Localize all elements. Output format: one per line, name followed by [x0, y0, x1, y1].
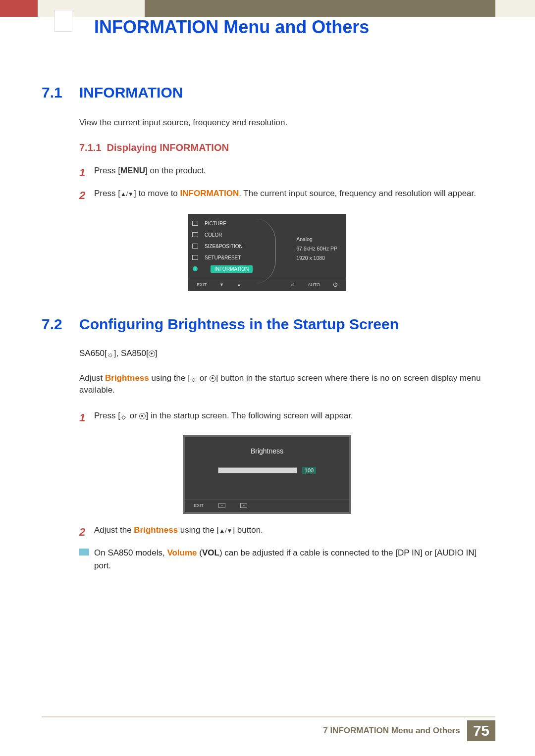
osd-auto-label: AUTO — [308, 282, 320, 287]
osd-menu-screenshot: PICTURE COLOR SIZE&POSITION SETUP&RESET … — [188, 214, 346, 291]
section-title: INFORMATION — [79, 84, 183, 101]
header-band — [145, 0, 495, 17]
size-position-icon — [192, 244, 198, 249]
brightness-value: 100 — [302, 467, 316, 474]
section-7-2-desc: Adjust Brightness using the [ or ] butto… — [79, 372, 492, 397]
page-footer: 7 INFORMATION Menu and Others 75 — [323, 720, 495, 741]
step-1-text: Press [MENU] on the product. — [94, 164, 492, 181]
vol-label: VOL — [202, 548, 219, 557]
chapter-title: INFORMATION Menu and Others — [94, 17, 369, 38]
brightness-exit-label: EXIT — [194, 503, 204, 508]
model-list: SA650[], SA850[] — [79, 349, 492, 358]
brightness-highlight: Brightness — [134, 525, 178, 535]
brightness-sun-icon — [190, 373, 197, 380]
picture-icon — [192, 221, 198, 226]
page: INFORMATION Menu and Others 7.1 INFORMAT… — [0, 0, 535, 756]
up-arrow-icon: ▲ — [237, 282, 241, 287]
osd-footer: EXIT ▼ ▲ ⏎ AUTO ⏻ — [188, 279, 346, 291]
brightness-osd-screenshot: Brightness 100 EXIT − + — [183, 435, 351, 514]
note-icon — [79, 547, 94, 572]
osd-enter-icon: ⏎ — [291, 282, 295, 287]
osd-exit-label: EXIT — [197, 282, 207, 287]
information-highlight: INFORMATION — [180, 189, 239, 198]
section-title: Configuring Brightness in the Startup Sc… — [79, 316, 399, 333]
subsection-title: Displaying INFORMATION — [107, 142, 229, 153]
setup-reset-icon — [192, 255, 198, 260]
jog-button-icon — [139, 413, 146, 419]
jog-button-icon — [210, 375, 216, 382]
osd-info-source: Analog — [296, 235, 337, 244]
note: On SA850 models, Volume (VOL) can be adj… — [79, 547, 492, 572]
step-text: Press [ or ] in the startup screen. The … — [94, 409, 492, 426]
osd-selected-label: INFORMATION — [211, 265, 253, 273]
header-accent — [0, 0, 38, 17]
section-7-2-heading: 7.2 Configuring Brightness in the Startu… — [42, 316, 492, 333]
page-corner-icon — [54, 10, 72, 32]
power-icon: ⏻ — [333, 282, 337, 287]
step-number: 2 — [79, 524, 94, 541]
step-1: 1 Press [MENU] on the product. — [79, 164, 492, 181]
up-down-arrow-icon: ▲/▼ — [219, 527, 232, 534]
section-number: 7.2 — [42, 316, 79, 333]
jog-button-icon — [149, 351, 155, 357]
step-2: 2 Press [▲/▼] to move to INFORMATION. Th… — [79, 187, 492, 204]
brightness-highlight: Brightness — [105, 373, 149, 383]
down-arrow-icon: ▼ — [219, 282, 224, 287]
osd-info-res: 1920 x 1080 — [296, 253, 337, 263]
step-text: Adjust the Brightness using the [▲/▼] bu… — [94, 524, 492, 541]
step-1-brightness: 1 Press [ or ] in the startup screen. Th… — [79, 409, 492, 426]
info-icon: i — [193, 266, 198, 271]
minus-icon: − — [218, 503, 225, 508]
brightness-osd-title: Brightness — [185, 447, 349, 455]
step-number: 1 — [79, 409, 94, 426]
osd-info-freq: 67.6kHz 60Hz PP — [296, 244, 337, 253]
section-number: 7.1 — [42, 84, 79, 101]
subsection-number: 7.1.1 — [79, 142, 101, 153]
step-2-brightness: 2 Adjust the Brightness using the [▲/▼] … — [79, 524, 492, 541]
menu-button-label: MENU — [120, 166, 145, 175]
subsection-7-1-1: 7.1.1 Displaying INFORMATION — [79, 142, 492, 153]
brightness-sun-icon — [120, 410, 127, 417]
footer-chapter: 7 INFORMATION Menu and Others — [323, 726, 460, 736]
step-2-text: Press [▲/▼] to move to INFORMATION. The … — [94, 187, 492, 204]
footer-rule — [42, 716, 495, 717]
section-7-1-heading: 7.1 INFORMATION — [42, 84, 492, 101]
page-number: 75 — [467, 720, 495, 741]
content: 7.1 INFORMATION View the current input s… — [42, 84, 492, 572]
brightness-bar — [218, 467, 297, 473]
osd-info-panel: Analog 67.6kHz 60Hz PP 1920 x 1080 — [296, 235, 337, 263]
step-number: 1 — [79, 164, 94, 181]
brightness-sun-icon — [107, 350, 114, 356]
up-down-arrow-icon: ▲/▼ — [120, 191, 134, 198]
brightness-bar-row: 100 — [185, 467, 349, 474]
volume-highlight: Volume — [167, 548, 197, 557]
color-icon — [192, 232, 198, 237]
step-number: 2 — [79, 187, 94, 204]
note-text: On SA850 models, Volume (VOL) can be adj… — [94, 547, 492, 572]
section-7-1-intro: View the current input source, frequency… — [79, 117, 492, 129]
brightness-osd-footer: EXIT − + — [185, 500, 349, 512]
plus-icon: + — [240, 503, 247, 508]
